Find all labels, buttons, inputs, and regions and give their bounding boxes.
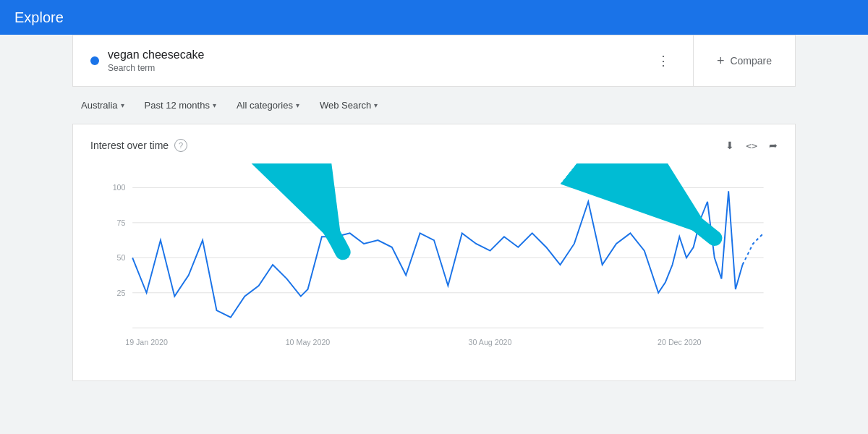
chart-header: Interest over time ? ⬇ <> ➦ xyxy=(90,139,778,152)
y-label-75: 75 xyxy=(117,218,126,227)
search-type-filter-button[interactable]: Web Search ▾ xyxy=(311,95,386,115)
time-filter-label: Past 12 months xyxy=(145,100,210,111)
search-term-area: vegan cheesecake Search term ⋮ xyxy=(73,35,694,86)
time-filter-button[interactable]: Past 12 months ▾ xyxy=(136,95,225,115)
category-filter-label: All categories xyxy=(237,100,293,111)
region-chevron-icon: ▾ xyxy=(121,101,124,109)
y-label-100: 100 xyxy=(113,183,126,192)
main-content: vegan cheesecake Search term ⋮ + Compare… xyxy=(0,35,868,381)
trend-line-dotted xyxy=(743,233,764,265)
interest-chart: 100 75 50 25 19 Jan 2020 10 May 2020 30 … xyxy=(90,163,778,366)
y-label-25: 25 xyxy=(117,289,126,297)
search-term-name: vegan cheesecake xyxy=(108,48,642,61)
x-label-dec: 20 Dec 2020 xyxy=(658,338,702,346)
chart-title: Interest over time xyxy=(90,140,169,151)
compare-button[interactable]: + Compare xyxy=(694,41,795,82)
app-title: Explore xyxy=(14,9,64,26)
download-icon[interactable]: ⬇ xyxy=(726,140,734,151)
trend-line-solid xyxy=(132,191,742,317)
category-chevron-icon: ▾ xyxy=(296,101,299,109)
compare-label: Compare xyxy=(730,55,772,67)
category-filter-button[interactable]: All categories ▾ xyxy=(228,95,308,115)
region-filter-label: Australia xyxy=(81,100,118,111)
search-term-menu-button[interactable]: ⋮ xyxy=(651,50,676,72)
search-term-text-group: vegan cheesecake Search term xyxy=(108,48,642,73)
chart-actions: ⬇ <> ➦ xyxy=(726,140,778,151)
search-type-filter-label: Web Search xyxy=(320,100,371,111)
chart-card: Interest over time ? ⬇ <> ➦ 100 xyxy=(72,124,796,381)
search-card: vegan cheesecake Search term ⋮ + Compare xyxy=(72,35,796,87)
search-term-color-dot xyxy=(90,56,99,65)
search-term-type-label: Search term xyxy=(108,63,642,73)
share-icon[interactable]: ➦ xyxy=(769,140,778,151)
y-label-50: 50 xyxy=(117,253,126,262)
time-chevron-icon: ▾ xyxy=(213,101,216,109)
embed-icon[interactable]: <> xyxy=(746,140,757,151)
chart-help-icon[interactable]: ? xyxy=(174,139,187,152)
filters-bar: Australia ▾ Past 12 months ▾ All categor… xyxy=(72,87,796,124)
region-filter-button[interactable]: Australia ▾ xyxy=(72,95,133,115)
app-header: Explore xyxy=(0,0,868,35)
x-label-aug: 30 Aug 2020 xyxy=(469,338,512,346)
search-type-chevron-icon: ▾ xyxy=(374,101,378,109)
compare-plus-icon: + xyxy=(717,54,725,69)
chart-title-area: Interest over time ? xyxy=(90,139,187,152)
x-label-may: 10 May 2020 xyxy=(286,338,331,346)
help-question-mark: ? xyxy=(179,141,183,150)
chart-container: 100 75 50 25 19 Jan 2020 10 May 2020 30 … xyxy=(90,163,778,369)
x-label-jan: 19 Jan 2020 xyxy=(125,338,168,346)
